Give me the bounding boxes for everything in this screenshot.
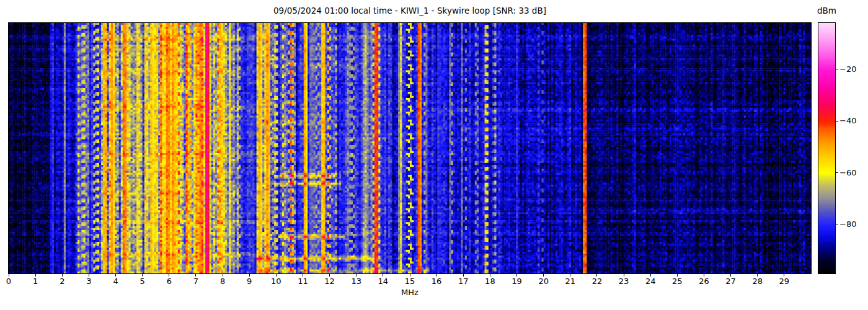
x-tick-label: 24: [645, 277, 656, 286]
waterfall-plot: [8, 22, 812, 274]
x-tick-label: 3: [86, 277, 91, 286]
colorbar-tick-label: −40: [839, 116, 856, 125]
plot-title: 09/05/2024 01:00 local time - KIWI_1 - S…: [9, 6, 811, 16]
x-tick-label: 27: [725, 277, 736, 286]
x-tick-label: 25: [672, 277, 683, 286]
colorbar-tick-label: −60: [839, 168, 856, 177]
x-tick-label: 7: [193, 277, 198, 286]
colorbar-title: dBm: [806, 6, 848, 16]
x-tick-label: 5: [140, 277, 145, 286]
x-tick-label: 18: [485, 277, 495, 286]
colorbar-tick: [836, 121, 838, 122]
x-tick-label: 13: [351, 277, 361, 286]
x-tick-label: 8: [220, 277, 225, 286]
waterfall-canvas: [9, 23, 811, 273]
colorbar-tick: [836, 69, 838, 69]
x-tick-label: 28: [752, 277, 763, 286]
x-tick-label: 6: [167, 277, 172, 286]
x-tick-label: 16: [432, 277, 442, 286]
x-axis-title: MHz: [9, 288, 811, 297]
x-tick-label: 15: [405, 277, 415, 286]
x-tick-label: 1: [33, 277, 38, 286]
colorbar-canvas: [818, 23, 835, 273]
x-tick-label: 20: [538, 277, 549, 286]
x-tick-label: 12: [324, 277, 335, 286]
x-tick-label: 19: [512, 277, 522, 286]
x-tick-label: 9: [247, 277, 252, 286]
x-tick-label: 23: [619, 277, 629, 286]
colorbar: [818, 22, 836, 274]
x-tick-label: 2: [60, 277, 64, 286]
x-tick-label: 17: [458, 277, 469, 286]
colorbar-tick-label: −20: [839, 64, 856, 74]
x-tick-label: 14: [378, 277, 389, 286]
spectrogram-page: 09/05/2024 01:00 local time - KIWI_1 - S…: [0, 0, 868, 310]
x-tick-label: 0: [6, 277, 11, 286]
colorbar-tick-label: −80: [839, 219, 856, 229]
x-tick-label: 11: [298, 277, 308, 286]
x-tick-label: 4: [113, 277, 118, 286]
x-tick-label: 29: [779, 277, 790, 286]
colorbar-tick: [836, 224, 838, 224]
colorbar-tick: [836, 172, 838, 173]
x-tick-label: 10: [271, 277, 281, 286]
x-tick-label: 21: [565, 277, 576, 286]
x-tick-label: 22: [592, 277, 603, 286]
x-tick-label: 26: [699, 277, 709, 286]
